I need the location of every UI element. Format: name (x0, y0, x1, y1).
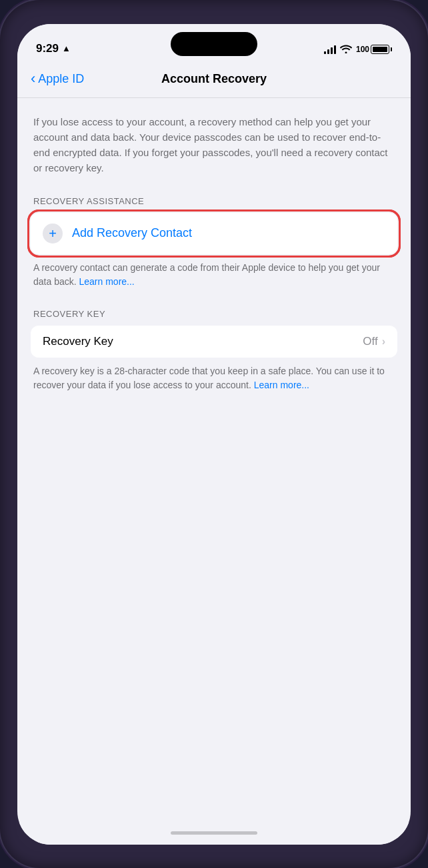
recovery-key-learn-more-link[interactable]: Learn more... (254, 380, 309, 390)
recovery-key-card: Recovery Key Off › (31, 326, 397, 358)
battery-icon: 100 (356, 45, 392, 54)
recovery-key-section-label: RECOVERY KEY (31, 309, 397, 319)
location-icon: ▲ (62, 43, 71, 53)
add-recovery-contact-button[interactable]: + Add Recovery Contact (31, 213, 397, 254)
status-icons: 100 (324, 44, 392, 55)
add-recovery-contact-card: + Add Recovery Contact (31, 213, 397, 254)
recovery-key-item[interactable]: Recovery Key Off › (31, 326, 397, 358)
phone-frame: 9:29 ▲ 100 (0, 0, 428, 868)
recovery-key-status: Off (363, 335, 377, 348)
page-title: Account Recovery (161, 72, 267, 86)
add-recovery-contact-label: Add Recovery Contact (72, 226, 192, 240)
recovery-contact-description: A recovery contact can generate a code f… (31, 261, 397, 289)
recovery-key-description: A recovery key is a 28-character code th… (31, 364, 397, 392)
main-content: If you lose access to your account, a re… (17, 98, 411, 822)
chevron-left-icon: ‹ (31, 71, 35, 86)
recovery-contact-learn-more-link[interactable]: Learn more... (79, 276, 135, 287)
home-indicator (17, 822, 411, 845)
back-label: Apple ID (38, 72, 84, 86)
dynamic-island (171, 32, 257, 56)
status-time: 9:29 ▲ (36, 42, 71, 55)
intro-description: If you lose access to your account, a re… (31, 114, 397, 176)
signal-bars-icon (324, 45, 336, 54)
home-bar (171, 831, 257, 835)
nav-bar: ‹ Apple ID Account Recovery (17, 61, 411, 98)
back-button[interactable]: ‹ Apple ID (31, 71, 84, 86)
battery-level: 100 (356, 45, 369, 54)
recovery-key-label: Recovery Key (43, 335, 113, 348)
plus-icon: + (49, 227, 57, 240)
chevron-right-icon: › (382, 336, 385, 348)
phone-screen: 9:29 ▲ 100 (17, 24, 411, 845)
recovery-key-description-text: A recovery key is a 28-character code th… (33, 366, 385, 390)
plus-circle-icon: + (43, 224, 63, 244)
recovery-key-value-group: Off › (363, 335, 385, 348)
time-display: 9:29 (36, 42, 59, 55)
wifi-icon (340, 44, 352, 55)
recovery-assistance-section-label: RECOVERY ASSISTANCE (31, 196, 397, 206)
